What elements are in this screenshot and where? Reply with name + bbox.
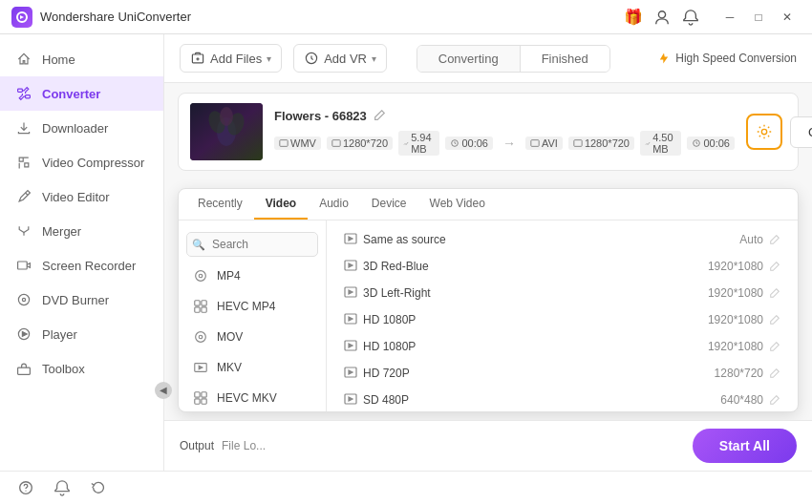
toolbox-icon xyxy=(15,360,32,377)
format-search-input[interactable] xyxy=(186,232,318,257)
sidebar-item-video-compressor[interactable]: Video Compressor xyxy=(0,145,163,179)
source-format-badge: WMV xyxy=(274,136,321,150)
add-vr-dropdown-icon: ▾ xyxy=(372,53,376,64)
convert-button[interactable]: Convert xyxy=(790,116,812,148)
format-item-mp4[interactable]: MP4 xyxy=(179,261,326,291)
output-label: Output xyxy=(180,439,214,452)
preset-edit-icon[interactable] xyxy=(769,234,780,245)
svg-rect-27 xyxy=(195,307,200,312)
hevc-mp4-icon xyxy=(192,298,209,315)
refresh-icon[interactable] xyxy=(88,477,109,498)
svg-rect-35 xyxy=(202,399,206,404)
format-item-mkv[interactable]: MKV xyxy=(179,352,326,383)
gift-icon[interactable]: 🎁 xyxy=(623,7,644,28)
preset-3d-left-right[interactable]: 3D Left-Right 1920*1080 xyxy=(334,280,790,306)
merge-icon xyxy=(15,222,32,240)
tab-finished-label: Finished xyxy=(542,52,588,66)
window-controls: ─ □ ✕ xyxy=(716,7,801,28)
sidebar-item-merger[interactable]: Merger xyxy=(0,214,163,248)
preset-edit-icon[interactable] xyxy=(769,394,780,406)
sidebar-item-home[interactable]: Home xyxy=(0,42,163,76)
tab-converting[interactable]: Converting xyxy=(417,46,521,72)
svg-point-15 xyxy=(220,107,233,126)
edit-icon xyxy=(15,188,32,205)
format-dropdown: Recently Video Audio Device Web Video xyxy=(178,188,799,412)
sidebar-item-dvd-burner[interactable]: DVD Burner xyxy=(0,283,163,317)
svg-point-6 xyxy=(22,298,25,301)
close-button[interactable]: ✕ xyxy=(774,7,801,28)
output-bar: Output File Lo... Start All xyxy=(164,420,812,471)
bottom-bar xyxy=(0,471,812,504)
notification-icon[interactable] xyxy=(52,477,73,498)
settings-button[interactable] xyxy=(746,114,782,150)
preset-hd-720p[interactable]: HD 720P 1280*720 xyxy=(334,360,790,387)
help-icon[interactable] xyxy=(15,477,36,498)
preset-same-as-source[interactable]: Same as source Auto xyxy=(334,226,790,253)
sidebar-collapse-button[interactable]: ◀ xyxy=(155,382,172,399)
format-item-hevc-mkv[interactable]: HEVC MKV xyxy=(179,383,326,412)
sidebar-item-screen-recorder[interactable]: Screen Recorder xyxy=(0,248,163,283)
add-vr-label: Add VR xyxy=(324,52,367,66)
add-files-button[interactable]: Add Files ▾ xyxy=(180,44,282,73)
converter-icon xyxy=(15,85,32,102)
record-icon xyxy=(15,257,32,274)
file-area: Flowers - 66823 WMV 1280*720 xyxy=(164,83,812,180)
svg-rect-34 xyxy=(195,399,200,404)
preset-edit-icon[interactable] xyxy=(769,341,780,352)
sidebar: Home Converter Downloader Video Compress… xyxy=(0,34,164,471)
preset-edit-icon[interactable] xyxy=(769,261,780,272)
download-icon xyxy=(15,119,32,136)
svg-rect-32 xyxy=(195,392,200,397)
sidebar-item-screen-recorder-label: Screen Recorder xyxy=(42,259,136,273)
maximize-button[interactable]: □ xyxy=(745,7,772,28)
add-files-dropdown-icon: ▾ xyxy=(267,53,271,64)
preset-3d-red-blue[interactable]: 3D Red-Blue 1920*1080 xyxy=(334,253,790,280)
sidebar-item-video-editor[interactable]: Video Editor xyxy=(0,179,163,214)
svg-rect-33 xyxy=(202,392,206,397)
hevc-mkv-icon xyxy=(192,389,209,407)
preset-hd-1080p-2[interactable]: HD 1080P 1920*1080 xyxy=(334,333,790,360)
toolbar: Add Files ▾ Add VR ▾ Converting Finished… xyxy=(164,34,812,83)
format-item-hevc-mp4[interactable]: HEVC MP4 xyxy=(179,291,326,322)
svg-rect-25 xyxy=(195,301,200,305)
sidebar-item-toolbox[interactable]: Toolbox xyxy=(0,351,163,386)
start-all-button[interactable]: Start All xyxy=(693,429,797,463)
svg-rect-19 xyxy=(531,139,539,146)
bell-icon[interactable] xyxy=(680,7,701,28)
format-tab-audio[interactable]: Audio xyxy=(308,189,360,220)
file-name-edit-icon[interactable] xyxy=(373,109,386,122)
svg-rect-3 xyxy=(26,95,31,98)
high-speed-conversion-button[interactable]: High Speed Conversion xyxy=(657,52,797,65)
sidebar-item-downloader-label: Downloader xyxy=(42,121,108,136)
format-tab-web-video[interactable]: Web Video xyxy=(418,189,497,220)
mp4-icon xyxy=(192,267,209,284)
preset-sd-480p[interactable]: SD 480P 640*480 xyxy=(334,387,790,412)
sidebar-item-player[interactable]: Player xyxy=(0,317,163,351)
preset-edit-icon[interactable] xyxy=(769,368,780,379)
user-icon[interactable] xyxy=(652,7,673,28)
svg-rect-28 xyxy=(202,307,206,312)
file-meta-row: WMV 1280*720 5.94 MB 00:06 xyxy=(274,131,735,156)
format-item-mov[interactable]: MOV xyxy=(179,322,326,352)
preset-edit-icon[interactable] xyxy=(769,287,780,299)
svg-rect-17 xyxy=(332,139,340,146)
preset-edit-icon[interactable] xyxy=(769,314,780,326)
target-duration-badge: 00:06 xyxy=(687,136,735,150)
target-resolution-badge: 1280*720 xyxy=(568,136,634,150)
svg-point-23 xyxy=(196,271,206,282)
tab-finished[interactable]: Finished xyxy=(521,46,609,72)
source-resolution-badge: 1280*720 xyxy=(327,136,393,150)
sidebar-item-converter[interactable]: Converter xyxy=(0,76,163,111)
svg-point-30 xyxy=(199,335,203,339)
add-vr-button[interactable]: Add VR ▾ xyxy=(293,44,387,73)
sidebar-item-video-compressor-label: Video Compressor xyxy=(42,156,144,170)
svg-point-5 xyxy=(18,294,29,304)
format-tab-device[interactable]: Device xyxy=(360,189,418,220)
minimize-button[interactable]: ─ xyxy=(716,7,743,28)
sidebar-item-downloader[interactable]: Downloader xyxy=(0,111,163,145)
preset-hd-1080p-1[interactable]: HD 1080P 1920*1080 xyxy=(334,306,790,333)
svg-point-29 xyxy=(196,332,206,343)
format-tab-video[interactable]: Video xyxy=(254,189,308,220)
action-buttons: Convert xyxy=(746,114,812,150)
format-tab-recently[interactable]: Recently xyxy=(186,189,254,220)
